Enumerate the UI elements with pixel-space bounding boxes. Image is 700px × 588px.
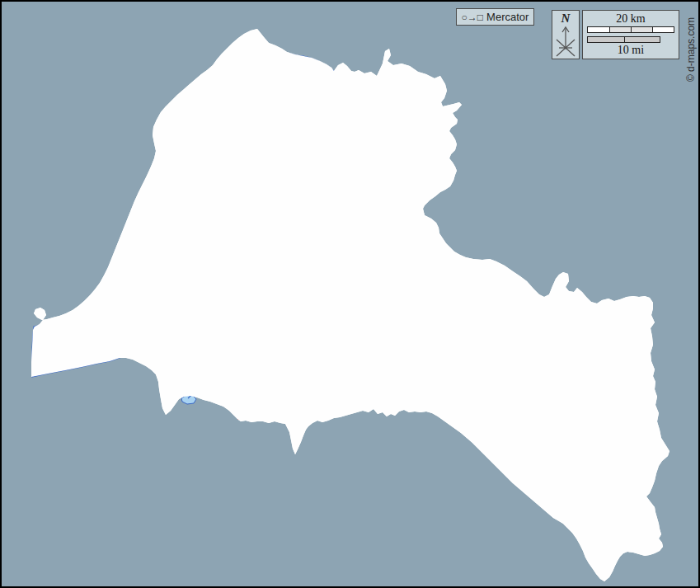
scale-mi-segment <box>588 37 624 42</box>
scale-bar-box: 20 km 10 mi <box>582 10 679 59</box>
scale-mi-segment <box>624 37 660 42</box>
compass-rose-icon <box>553 25 578 58</box>
region-boundary <box>31 29 669 581</box>
compass-box: N <box>552 10 580 59</box>
projection-icon: ○→□ <box>462 12 484 22</box>
scale-km-segment <box>609 27 631 32</box>
outline-map <box>2 2 700 588</box>
scale-km-segment <box>652 27 674 32</box>
compass-north-label: N <box>561 12 571 25</box>
scale-km-bar <box>587 26 674 33</box>
copyright-text: © d-maps.com <box>684 15 698 84</box>
scale-mi-bar <box>587 36 660 43</box>
map-canvas: ○→□ Mercator N 20 km 10 mi <box>0 0 700 588</box>
projection-badge: ○→□ Mercator <box>456 8 534 26</box>
scale-mi-label: 10 mi <box>618 44 644 56</box>
scale-km-label: 20 km <box>616 12 645 25</box>
projection-label: Mercator <box>486 12 529 22</box>
scale-km-segment <box>631 27 652 32</box>
scale-km-segment <box>588 27 609 32</box>
